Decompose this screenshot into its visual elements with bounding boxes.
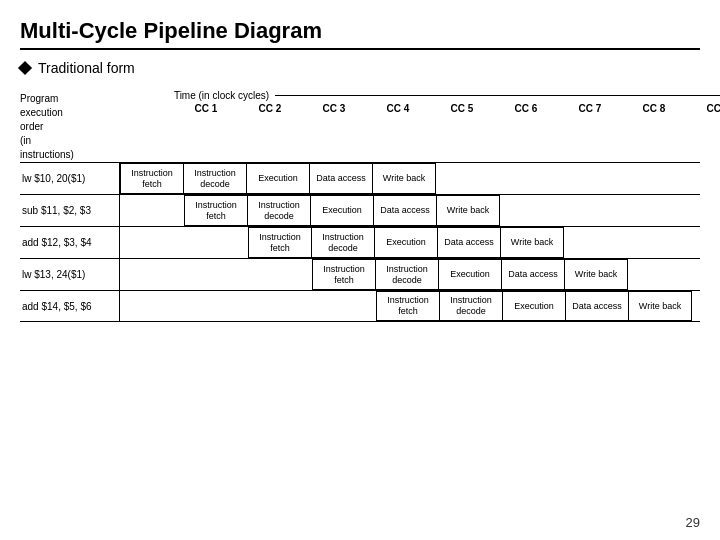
stages-row: Instruction fetchInstruction decodeExecu… bbox=[120, 291, 700, 321]
stages-row: Instruction fetchInstruction decodeExecu… bbox=[120, 163, 700, 194]
stage-cell: Instruction decode bbox=[247, 195, 311, 226]
stage-cell: Instruction decode bbox=[183, 163, 247, 194]
pipeline-table: lw $10, 20($1)Instruction fetchInstructi… bbox=[20, 162, 700, 322]
table-row: lw $13, 24($1)Instruction fetchInstructi… bbox=[20, 258, 700, 290]
cc-3: CC 3 bbox=[302, 103, 366, 114]
empty-cell bbox=[627, 195, 691, 226]
stage-cell: Instruction decode bbox=[311, 227, 375, 258]
table-row: add $14, $5, $6Instruction fetchInstruct… bbox=[20, 290, 700, 322]
stage-cell: Execution bbox=[374, 227, 438, 258]
empty-cell bbox=[184, 227, 248, 258]
stage-cell: Data access bbox=[373, 195, 437, 226]
empty-cell bbox=[184, 291, 248, 321]
page: Multi-Cycle Pipeline Diagram Traditional… bbox=[0, 0, 720, 540]
empty-cell bbox=[499, 195, 563, 226]
empty-cell bbox=[435, 163, 499, 194]
cc-7: CC 7 bbox=[558, 103, 622, 114]
stage-cell: Data access bbox=[501, 259, 565, 290]
empty-cell bbox=[627, 259, 691, 290]
stage-cell: Execution bbox=[438, 259, 502, 290]
cc-row: CC 1 CC 2 CC 3 CC 4 CC 5 CC 6 CC 7 CC 8 … bbox=[174, 103, 720, 114]
header-area: Program execution order (in instructions… bbox=[20, 90, 700, 162]
empty-cell bbox=[248, 291, 312, 321]
empty-cell bbox=[120, 291, 184, 321]
stage-cell: Instruction decode bbox=[439, 291, 503, 321]
lh-3: order bbox=[20, 120, 74, 134]
table-row: lw $10, 20($1)Instruction fetchInstructi… bbox=[20, 162, 700, 194]
table-row: sub $11, $2, $3Instruction fetchInstruct… bbox=[20, 194, 700, 226]
empty-cell bbox=[120, 259, 184, 290]
subtitle-row: Traditional form bbox=[20, 60, 700, 76]
empty-cell bbox=[563, 227, 627, 258]
left-col-header: Program execution order (in instructions… bbox=[20, 90, 74, 162]
stage-cell: Write back bbox=[500, 227, 564, 258]
bullet-diamond bbox=[18, 61, 32, 75]
cc-2: CC 2 bbox=[238, 103, 302, 114]
stage-cell: Instruction fetch bbox=[248, 227, 312, 258]
instr-label: add $12, $3, $4 bbox=[20, 227, 120, 258]
stage-cell: Data access bbox=[309, 163, 373, 194]
stages-row: Instruction fetchInstruction decodeExecu… bbox=[120, 259, 700, 290]
stage-cell: Instruction fetch bbox=[312, 259, 376, 290]
table-row: add $12, $3, $4Instruction fetchInstruct… bbox=[20, 226, 700, 258]
instr-label: sub $11, $2, $3 bbox=[20, 195, 120, 226]
empty-cell bbox=[563, 195, 627, 226]
stage-cell: Instruction decode bbox=[375, 259, 439, 290]
empty-cell bbox=[627, 227, 691, 258]
cc-6: CC 6 bbox=[494, 103, 558, 114]
time-axis: Time (in clock cycles) bbox=[174, 90, 720, 101]
cc-9: CC 9 bbox=[686, 103, 720, 114]
empty-cell bbox=[627, 163, 691, 194]
cc-1: CC 1 bbox=[174, 103, 238, 114]
empty-cell bbox=[120, 195, 184, 226]
stage-cell: Write back bbox=[372, 163, 436, 194]
stage-cell: Instruction fetch bbox=[376, 291, 440, 321]
empty-cell bbox=[184, 259, 248, 290]
empty-cell bbox=[499, 163, 563, 194]
empty-cell bbox=[312, 291, 376, 321]
stage-cell: Write back bbox=[628, 291, 692, 321]
lh-1: Program bbox=[20, 92, 74, 106]
cc-5: CC 5 bbox=[430, 103, 494, 114]
stage-cell: Data access bbox=[437, 227, 501, 258]
lh-2: execution bbox=[20, 106, 74, 120]
instr-label: add $14, $5, $6 bbox=[20, 291, 120, 321]
time-label: Time (in clock cycles) bbox=[174, 90, 269, 101]
stage-cell: Data access bbox=[565, 291, 629, 321]
stages-row: Instruction fetchInstruction decodeExecu… bbox=[120, 227, 700, 258]
stage-cell: Execution bbox=[310, 195, 374, 226]
empty-cell bbox=[248, 259, 312, 290]
empty-cell bbox=[563, 163, 627, 194]
time-arrow bbox=[275, 95, 720, 96]
page-title: Multi-Cycle Pipeline Diagram bbox=[20, 18, 700, 50]
cc-4: CC 4 bbox=[366, 103, 430, 114]
cc-8: CC 8 bbox=[622, 103, 686, 114]
diagram-area: Program execution order (in instructions… bbox=[20, 90, 700, 322]
empty-cell bbox=[120, 227, 184, 258]
stage-cell: Instruction fetch bbox=[184, 195, 248, 226]
subtitle-text: Traditional form bbox=[38, 60, 135, 76]
instr-label: lw $13, 24($1) bbox=[20, 259, 120, 290]
page-number: 29 bbox=[686, 515, 700, 530]
lh-4: (in instructions) bbox=[20, 134, 74, 162]
stage-cell: Instruction fetch bbox=[120, 163, 184, 194]
stages-row: Instruction fetchInstruction decodeExecu… bbox=[120, 195, 700, 226]
stage-cell: Write back bbox=[564, 259, 628, 290]
stage-cell: Execution bbox=[502, 291, 566, 321]
stage-cell: Execution bbox=[246, 163, 310, 194]
stage-cell: Write back bbox=[436, 195, 500, 226]
instr-label: lw $10, 20($1) bbox=[20, 163, 120, 194]
